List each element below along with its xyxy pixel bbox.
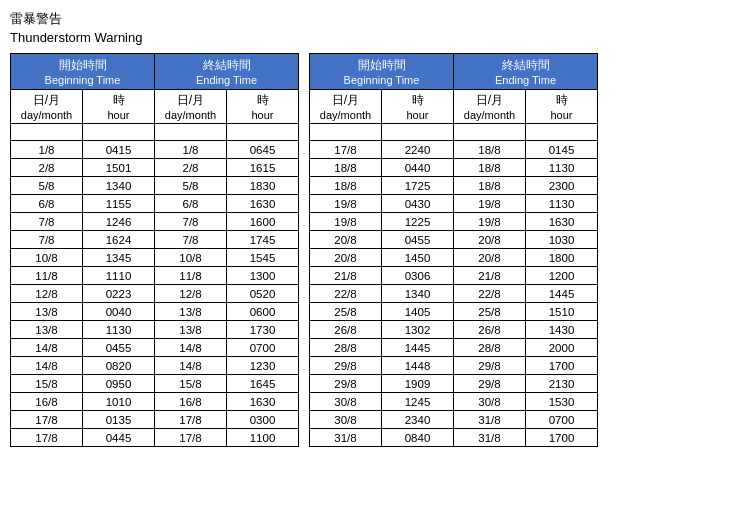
start-day-month: 22/8 (310, 285, 382, 303)
start-day-month: 29/8 (310, 375, 382, 393)
start-day-month: 18/8 (310, 159, 382, 177)
start-hour: 1302 (382, 321, 454, 339)
end-hour: 0600 (227, 303, 299, 321)
end-hour: 1130 (526, 159, 598, 177)
ending-time-en-2: Ending Time (460, 74, 591, 86)
start-hour: 0820 (83, 357, 155, 375)
end-day-month: 14/8 (155, 357, 227, 375)
start-hour: 1155 (83, 195, 155, 213)
start-hour: 0415 (83, 141, 155, 159)
start-hour: 2340 (382, 411, 454, 429)
start-hour: 0455 (382, 231, 454, 249)
end-day-month: 22/8 (454, 285, 526, 303)
start-day-month: 14/8 (11, 357, 83, 375)
end-day-month: 29/8 (454, 375, 526, 393)
start-day-month: 31/8 (310, 429, 382, 447)
end-day-month: 20/8 (454, 249, 526, 267)
table-row: 29/8 1448 29/8 1700 (310, 357, 598, 375)
start-day-month: 30/8 (310, 393, 382, 411)
start-day-month: 19/8 (310, 213, 382, 231)
end-day-month: 7/8 (155, 231, 227, 249)
start-hour: 1445 (382, 339, 454, 357)
start-day-month: 30/8 (310, 411, 382, 429)
start-hour: 1501 (83, 159, 155, 177)
start-hour: 0223 (83, 285, 155, 303)
beginning-time-en-1: Beginning Time (17, 74, 148, 86)
table-row: 20/8 1450 20/8 1800 (310, 249, 598, 267)
start-hour: 1246 (83, 213, 155, 231)
start-hour: 0430 (382, 195, 454, 213)
table-row: 16/8 1010 16/8 1630 (11, 393, 299, 411)
end-day-month: 5/8 (155, 177, 227, 195)
start-day-month: 5/8 (11, 177, 83, 195)
start-hour: 1110 (83, 267, 155, 285)
start-hour: 0455 (83, 339, 155, 357)
end-hour: 1100 (227, 429, 299, 447)
end-day-month: 2/8 (155, 159, 227, 177)
end-hour: 1445 (526, 285, 598, 303)
start-day-month: 29/8 (310, 357, 382, 375)
table-row: 18/8 0440 18/8 1130 (310, 159, 598, 177)
table-row: 13/8 1130 13/8 1730 (11, 321, 299, 339)
col-header-end-h-en-2: hour (532, 109, 591, 121)
table-row: 20/8 0455 20/8 1030 (310, 231, 598, 249)
start-day-month: 14/8 (11, 339, 83, 357)
page-title-zh: 雷暴警告 (10, 10, 731, 28)
end-hour: 0145 (526, 141, 598, 159)
start-hour: 1624 (83, 231, 155, 249)
table-row: 12/8 0223 12/8 0520 (11, 285, 299, 303)
col-header-start-dm-en-2: day/month (316, 109, 375, 121)
beginning-time-en-2: Beginning Time (316, 74, 447, 86)
end-hour: 1430 (526, 321, 598, 339)
end-day-month: 11/8 (155, 267, 227, 285)
ending-time-en-1: Ending Time (161, 74, 292, 86)
end-day-month: 6/8 (155, 195, 227, 213)
table-row: 30/8 2340 31/8 0700 (310, 411, 598, 429)
start-day-month: 17/8 (11, 429, 83, 447)
end-hour: 2000 (526, 339, 598, 357)
table-row: 19/8 1225 19/8 1630 (310, 213, 598, 231)
start-day-month: 7/8 (11, 213, 83, 231)
table-row: 14/8 0820 14/8 1230 (11, 357, 299, 375)
end-day-month: 26/8 (454, 321, 526, 339)
table-row: 17/8 2240 18/8 0145 (310, 141, 598, 159)
start-hour: 0135 (83, 411, 155, 429)
start-day-month: 11/8 (11, 267, 83, 285)
tables-container: 開始時間 Beginning Time 終結時間 Ending Time 日/月… (10, 53, 731, 447)
end-hour: 1630 (227, 393, 299, 411)
table-row: 17/8 0135 17/8 0300 (11, 411, 299, 429)
start-hour: 1340 (83, 177, 155, 195)
col-header-start-dm-zh-1: 日/月 (17, 92, 76, 109)
start-day-month: 10/8 (11, 249, 83, 267)
table-row: 1/8 0415 1/8 0645 (11, 141, 299, 159)
ending-time-zh-2: 終結時間 (460, 57, 591, 74)
table-row: 14/8 0455 14/8 0700 (11, 339, 299, 357)
table-row: 15/8 0950 15/8 1645 (11, 375, 299, 393)
end-hour: 1630 (227, 195, 299, 213)
end-day-month: 15/8 (155, 375, 227, 393)
start-day-month: 2/8 (11, 159, 83, 177)
end-day-month: 17/8 (155, 411, 227, 429)
end-hour: 0520 (227, 285, 299, 303)
col-header-end-h-zh-1: 時 (233, 92, 292, 109)
end-day-month: 14/8 (155, 339, 227, 357)
end-hour: 2300 (526, 177, 598, 195)
start-hour: 1450 (382, 249, 454, 267)
end-day-month: 21/8 (454, 267, 526, 285)
end-day-month: 28/8 (454, 339, 526, 357)
end-hour: 2130 (526, 375, 598, 393)
end-day-month: 13/8 (155, 321, 227, 339)
start-day-month: 16/8 (11, 393, 83, 411)
table-row: 30/8 1245 30/8 1530 (310, 393, 598, 411)
end-hour: 1530 (526, 393, 598, 411)
start-day-month: 26/8 (310, 321, 382, 339)
end-day-month: 17/8 (155, 429, 227, 447)
table-row: 19/8 0430 19/8 1130 (310, 195, 598, 213)
start-hour: 1225 (382, 213, 454, 231)
col-header-start-h-zh-2: 時 (388, 92, 447, 109)
start-day-month: 12/8 (11, 285, 83, 303)
table-row: 17/8 0445 17/8 1100 (11, 429, 299, 447)
start-day-month: 19/8 (310, 195, 382, 213)
start-hour: 1345 (83, 249, 155, 267)
end-hour: 1200 (526, 267, 598, 285)
